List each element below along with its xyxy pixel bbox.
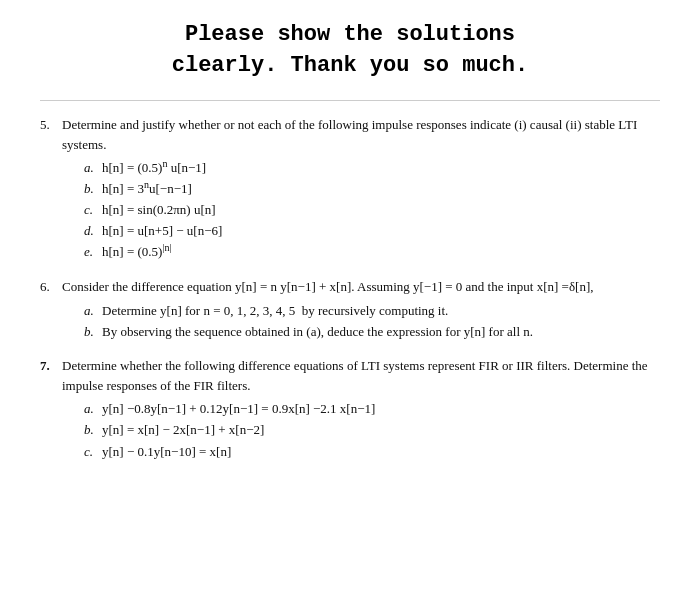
question-6-header: 6. Consider the difference equation y[n]… bbox=[40, 277, 660, 297]
q7-label-b: b. bbox=[84, 420, 102, 440]
q5-content-b: h[n] = 3nu[−n−1] bbox=[102, 179, 660, 199]
q5-subitem-a: a. h[n] = (0.5)n u[n−1] bbox=[84, 158, 660, 178]
question-5: 5. Determine and justify whether or not … bbox=[40, 115, 660, 263]
q6-label-b: b. bbox=[84, 322, 102, 342]
question-7-text: Determine whether the following differen… bbox=[62, 356, 660, 396]
header-line2: clearly. Thank you so much. bbox=[172, 53, 528, 78]
question-6: 6. Consider the difference equation y[n]… bbox=[40, 277, 660, 342]
question-6-number: 6. bbox=[40, 277, 62, 297]
q5-content-e: h[n] = (0.5)|n| bbox=[102, 242, 660, 262]
q5-subitem-e: e. h[n] = (0.5)|n| bbox=[84, 242, 660, 262]
q5-label-d: d. bbox=[84, 221, 102, 241]
q7-content-c: y[n] − 0.1y[n−10] = x[n] bbox=[102, 442, 660, 462]
question-5-subitems: a. h[n] = (0.5)n u[n−1] b. h[n] = 3nu[−n… bbox=[84, 158, 660, 263]
q7-subitem-c: c. y[n] − 0.1y[n−10] = x[n] bbox=[84, 442, 660, 462]
q6-subitem-a: a. Determine y[n] for n = 0, 1, 2, 3, 4,… bbox=[84, 301, 660, 321]
q5-label-b: b. bbox=[84, 179, 102, 199]
question-7: 7. Determine whether the following diffe… bbox=[40, 356, 660, 462]
q7-label-a: a. bbox=[84, 399, 102, 419]
question-5-text: Determine and justify whether or not eac… bbox=[62, 115, 660, 155]
q7-content-a: y[n] −0.8y[n−1] + 0.12y[n−1] = 0.9x[n] −… bbox=[102, 399, 660, 419]
q5-subitem-b: b. h[n] = 3nu[−n−1] bbox=[84, 179, 660, 199]
q5-content-c: h[n] = sin(0.2πn) u[n] bbox=[102, 200, 660, 220]
q5-label-a: a. bbox=[84, 158, 102, 178]
q6-content-a: Determine y[n] for n = 0, 1, 2, 3, 4, 5 … bbox=[102, 301, 660, 321]
q5-content-d: h[n] = u[n+5] − u[n−6] bbox=[102, 221, 660, 241]
q5-label-e: e. bbox=[84, 242, 102, 262]
question-5-header: 5. Determine and justify whether or not … bbox=[40, 115, 660, 155]
header: Please show the solutions clearly. Thank… bbox=[40, 20, 660, 82]
q6-subitem-b: b. By observing the sequence obtained in… bbox=[84, 322, 660, 342]
page: Please show the solutions clearly. Thank… bbox=[0, 0, 700, 590]
q6-content-b: By observing the sequence obtained in (a… bbox=[102, 322, 660, 342]
question-7-subitems: a. y[n] −0.8y[n−1] + 0.12y[n−1] = 0.9x[n… bbox=[84, 399, 660, 461]
question-6-text: Consider the difference equation y[n] = … bbox=[62, 277, 660, 297]
header-line1: Please show the solutions bbox=[185, 22, 515, 47]
q7-content-b: y[n] = x[n] − 2x[n−1] + x[n−2] bbox=[102, 420, 660, 440]
q5-subitem-c: c. h[n] = sin(0.2πn) u[n] bbox=[84, 200, 660, 220]
questions-container: 5. Determine and justify whether or not … bbox=[40, 115, 660, 462]
q7-label-c: c. bbox=[84, 442, 102, 462]
q5-content-a: h[n] = (0.5)n u[n−1] bbox=[102, 158, 660, 178]
question-6-subitems: a. Determine y[n] for n = 0, 1, 2, 3, 4,… bbox=[84, 301, 660, 342]
question-7-number: 7. bbox=[40, 356, 62, 376]
q5-subitem-d: d. h[n] = u[n+5] − u[n−6] bbox=[84, 221, 660, 241]
q7-subitem-b: b. y[n] = x[n] − 2x[n−1] + x[n−2] bbox=[84, 420, 660, 440]
q5-label-c: c. bbox=[84, 200, 102, 220]
question-5-number: 5. bbox=[40, 115, 62, 135]
question-7-header: 7. Determine whether the following diffe… bbox=[40, 356, 660, 396]
header-text: Please show the solutions clearly. Thank… bbox=[40, 20, 660, 82]
divider bbox=[40, 100, 660, 101]
q7-subitem-a: a. y[n] −0.8y[n−1] + 0.12y[n−1] = 0.9x[n… bbox=[84, 399, 660, 419]
q6-label-a: a. bbox=[84, 301, 102, 321]
